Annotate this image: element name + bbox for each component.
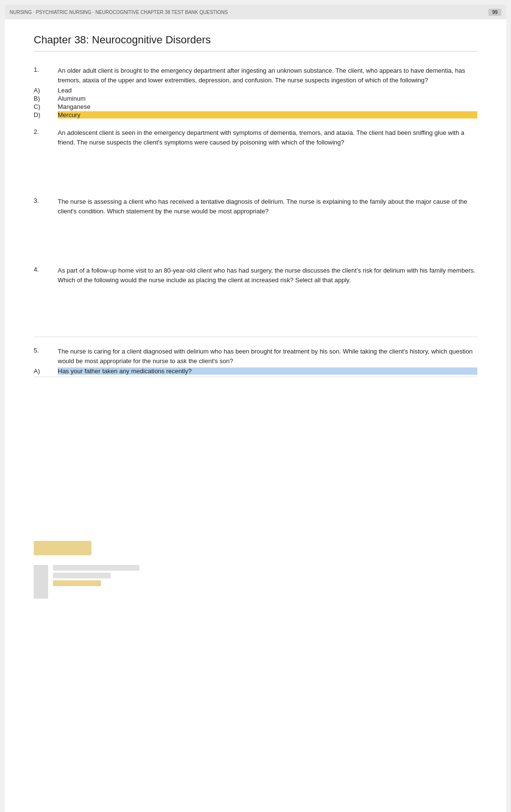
- page-container: NURSING · PSYCHIATRIC NURSING · NEUROCOG…: [5, 5, 506, 812]
- main-content: Chapter 38: Neurocognitive Disorders 1. …: [5, 19, 506, 531]
- bottom-text-line-2: [53, 573, 111, 578]
- divider-4: [34, 337, 477, 337]
- top-bar-button[interactable]: 99: [488, 9, 501, 16]
- question-text-2: An adolescent client is seen in the emer…: [58, 128, 477, 147]
- question-text-4: As part of a follow-up home visit to an …: [58, 266, 477, 285]
- answer-letter-1-d: D): [34, 111, 58, 118]
- answer-text-5-a: Has your father taken any medications re…: [58, 367, 477, 375]
- spacer-2: [34, 149, 477, 187]
- question-row-5: 5. The nurse is caring for a client diag…: [34, 347, 477, 366]
- question-text-1: An older adult client is brought to the …: [58, 66, 477, 85]
- bottom-text-block: [53, 565, 140, 586]
- bottom-spacer: [34, 387, 477, 512]
- question-number-2: 2.: [34, 128, 58, 147]
- question-number-5: 5.: [34, 347, 58, 366]
- answer-letter-1-c: C): [34, 103, 58, 110]
- answer-row-1-a: A) Lead: [34, 87, 477, 94]
- question-block-4: 4. As part of a follow-up home visit to …: [34, 266, 477, 337]
- bottom-info-row: [34, 565, 477, 599]
- question-block-5: 5. The nurse is caring for a client diag…: [34, 347, 477, 377]
- question-row-2: 2. An adolescent client is seen in the e…: [34, 128, 477, 147]
- answer-letter-1-a: A): [34, 87, 58, 94]
- answer-text-1-a: Lead: [58, 87, 477, 94]
- top-bar-text: NURSING · PSYCHIATRIC NURSING · NEUROCOG…: [10, 10, 488, 15]
- question-number-1: 1.: [34, 66, 58, 85]
- bottom-section: [5, 531, 506, 608]
- answer-row-1-b: B) Aluminum: [34, 95, 477, 102]
- answer-row-5-a: A) Has your father taken any medications…: [34, 367, 477, 375]
- divider-5: [34, 377, 477, 377]
- answer-letter-5-a: A): [34, 367, 58, 375]
- answer-text-1-d: Mercury: [58, 111, 477, 118]
- answer-row-1-d: D) Mercury: [34, 111, 477, 118]
- question-block-2: 2. An adolescent client is seen in the e…: [34, 128, 477, 187]
- top-bar: NURSING · PSYCHIATRIC NURSING · NEUROCOG…: [5, 5, 506, 19]
- question-number-3: 3.: [34, 197, 58, 216]
- answer-row-1-c: C) Manganese: [34, 103, 477, 110]
- question-number-4: 4.: [34, 266, 58, 285]
- answer-letter-1-b: B): [34, 95, 58, 102]
- question-row-1: 1. An older adult client is brought to t…: [34, 66, 477, 85]
- spacer-3: [34, 218, 477, 256]
- bottom-icon: [34, 565, 48, 599]
- question-row-3: 3. The nurse is assessing a client who h…: [34, 197, 477, 216]
- bottom-text-line-3: [53, 580, 101, 586]
- answer-text-1-c: Manganese: [58, 103, 477, 110]
- bottom-text-line-1: [53, 565, 140, 571]
- bottom-blurred-label: [34, 541, 91, 555]
- chapter-title: Chapter 38: Neurocognitive Disorders: [34, 34, 477, 52]
- question-block-3: 3. The nurse is assessing a client who h…: [34, 197, 477, 256]
- question-text-5: The nurse is caring for a client diagnos…: [58, 347, 477, 366]
- answer-text-1-b: Aluminum: [58, 95, 477, 102]
- question-text-3: The nurse is assessing a client who has …: [58, 197, 477, 216]
- spacer-4: [34, 287, 477, 335]
- question-block-1: 1. An older adult client is brought to t…: [34, 66, 477, 118]
- question-row-4: 4. As part of a follow-up home visit to …: [34, 266, 477, 285]
